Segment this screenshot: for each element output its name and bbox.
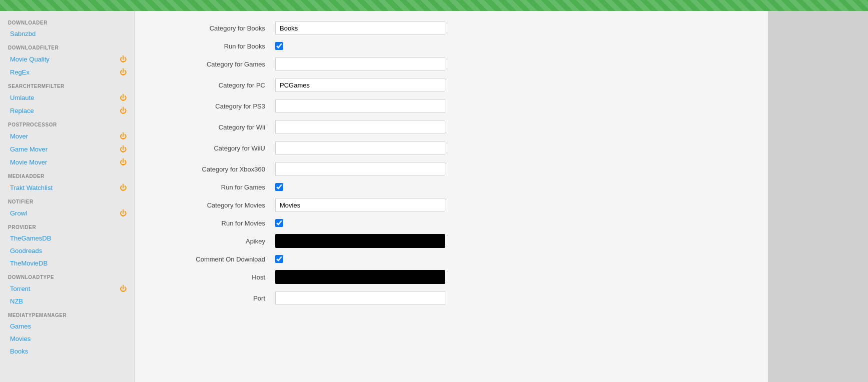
form-input-cat-wii[interactable] bbox=[275, 120, 445, 134]
form-label: Category for PC bbox=[165, 82, 275, 89]
sidebar-item[interactable]: Sabnzbd bbox=[0, 28, 135, 40]
form-checkbox-comment-download[interactable] bbox=[275, 255, 283, 263]
sidebar-section-label: PROVIDER bbox=[0, 220, 135, 232]
form-input-host[interactable] bbox=[275, 270, 445, 284]
sidebar-section-label: NOTIFIER bbox=[0, 194, 135, 206]
main-content: Category for BooksRun for BooksCategory … bbox=[135, 11, 768, 382]
power-icon[interactable]: ⏻ bbox=[120, 55, 127, 63]
form-label: Category for Movies bbox=[165, 202, 275, 209]
form-label: Category for Books bbox=[165, 24, 275, 32]
power-icon[interactable]: ⏻ bbox=[120, 209, 127, 217]
form-checkbox-run-games[interactable] bbox=[275, 183, 283, 191]
form-input-cat-pc[interactable] bbox=[275, 78, 445, 92]
form-input-cat-books[interactable] bbox=[275, 21, 445, 35]
form-input-apikey[interactable] bbox=[275, 234, 445, 248]
sidebar-item-label: RegEx bbox=[10, 68, 30, 76]
sidebar-item-label: Movie Quality bbox=[10, 56, 50, 63]
sidebar: DOWNLOADERSabnzbdDOWNLOADFILTERMovie Qua… bbox=[0, 11, 135, 382]
form-label: Run for Books bbox=[165, 42, 275, 50]
form-row: Category for PS3 bbox=[165, 99, 738, 113]
form-row: Category for PC bbox=[165, 78, 738, 92]
form-label: Comment On Download bbox=[165, 256, 275, 263]
power-icon[interactable]: ⏻ bbox=[120, 284, 127, 292]
sidebar-item-label: Umlaute bbox=[10, 94, 34, 102]
sidebar-item[interactable]: Replace⏻ bbox=[0, 104, 135, 117]
sidebar-section-label: MEDIAADDER bbox=[0, 168, 135, 181]
power-icon[interactable]: ⏻ bbox=[120, 158, 127, 166]
form-label: Port bbox=[165, 294, 275, 302]
form-input-port[interactable] bbox=[275, 291, 445, 305]
form-label: Category for Xbox360 bbox=[165, 166, 275, 173]
sidebar-item[interactable]: Goodreads bbox=[0, 244, 135, 257]
sidebar-section-label: DOWNLOADTYPE bbox=[0, 270, 135, 282]
form-row: Category for Books bbox=[165, 21, 738, 35]
sidebar-item[interactable]: Movies bbox=[0, 332, 135, 345]
sidebar-item[interactable]: Game Mover⏻ bbox=[0, 142, 135, 156]
connection-banner bbox=[0, 0, 868, 11]
sidebar-item[interactable]: Growl⏻ bbox=[0, 206, 135, 220]
form-label: Category for WiiU bbox=[165, 144, 275, 152]
sidebar-section-label: MEDIATYPEMANAGER bbox=[0, 308, 135, 320]
form-label: Category for Games bbox=[165, 60, 275, 68]
sidebar-item-label: Growl bbox=[10, 210, 27, 217]
form-input-cat-movies[interactable] bbox=[275, 198, 445, 212]
sidebar-item[interactable]: Torrent⏻ bbox=[0, 282, 135, 295]
right-panel bbox=[768, 11, 868, 382]
form-label: Run for Movies bbox=[165, 220, 275, 227]
sidebar-section-label: DOWNLOADER bbox=[0, 15, 135, 28]
form-label: Apikey bbox=[165, 238, 275, 245]
power-icon[interactable]: ⏻ bbox=[120, 184, 127, 192]
sidebar-item-label: Books bbox=[10, 348, 28, 355]
sidebar-item-label: Game Mover bbox=[10, 146, 48, 153]
form-checkbox-run-movies[interactable] bbox=[275, 219, 283, 227]
form-row: Category for Xbox360 bbox=[165, 162, 738, 176]
form-input-cat-wiiu[interactable] bbox=[275, 141, 445, 155]
power-icon[interactable]: ⏻ bbox=[120, 68, 127, 76]
sidebar-item-label: Movie Mover bbox=[10, 158, 47, 166]
form-input-cat-games[interactable] bbox=[275, 57, 445, 71]
form-label: Run for Games bbox=[165, 184, 275, 191]
form-input-cat-ps3[interactable] bbox=[275, 99, 445, 113]
power-icon[interactable]: ⏻ bbox=[120, 106, 127, 114]
sidebar-item[interactable]: Umlaute⏻ bbox=[0, 91, 135, 104]
sidebar-item-label: Torrent bbox=[10, 285, 30, 292]
form-row: Category for WiiU bbox=[165, 141, 738, 155]
sidebar-item-label: Trakt Watchlist bbox=[10, 184, 53, 192]
sidebar-item[interactable]: TheMovieDB bbox=[0, 257, 135, 270]
sidebar-item[interactable]: Mover⏻ bbox=[0, 130, 135, 142]
sidebar-item[interactable]: Trakt Watchlist⏻ bbox=[0, 181, 135, 194]
form-label: Category for Wii bbox=[165, 124, 275, 131]
form-row: Host bbox=[165, 270, 738, 284]
sidebar-item[interactable]: Games bbox=[0, 320, 135, 332]
form-row: Run for Books bbox=[165, 42, 738, 50]
form-row: Category for Movies bbox=[165, 198, 738, 212]
sidebar-item-label: NZB bbox=[10, 298, 23, 305]
form-label: Category for PS3 bbox=[165, 102, 275, 110]
sidebar-item[interactable]: Movie Mover⏻ bbox=[0, 156, 135, 168]
sidebar-item-label: Replace bbox=[10, 107, 34, 114]
form-row: Port bbox=[165, 291, 738, 305]
power-icon[interactable]: ⏻ bbox=[120, 94, 127, 102]
power-icon[interactable]: ⏻ bbox=[120, 132, 127, 140]
sidebar-item-label: Sabnzbd bbox=[10, 30, 36, 38]
form-row: Run for Games bbox=[165, 183, 738, 191]
form-input-cat-xbox360[interactable] bbox=[275, 162, 445, 176]
sidebar-item-label: Mover bbox=[10, 132, 28, 140]
sidebar-item-label: TheGamesDB bbox=[10, 234, 51, 242]
sidebar-item[interactable]: RegEx⏻ bbox=[0, 66, 135, 78]
sidebar-item[interactable]: Movie Quality⏻ bbox=[0, 52, 135, 66]
sidebar-item[interactable]: NZB bbox=[0, 295, 135, 308]
sidebar-section-label: POSTPROCESSOR bbox=[0, 117, 135, 130]
form-row: Category for Games bbox=[165, 57, 738, 71]
sidebar-item-label: Games bbox=[10, 322, 31, 330]
power-icon[interactable]: ⏻ bbox=[120, 145, 127, 153]
sidebar-item-label: TheMovieDB bbox=[10, 260, 48, 267]
sidebar-section-label: SEARCHTERMFILTER bbox=[0, 78, 135, 91]
sidebar-item[interactable]: TheGamesDB bbox=[0, 232, 135, 244]
form-checkbox-run-books[interactable] bbox=[275, 42, 283, 50]
sidebar-item[interactable]: Books bbox=[0, 345, 135, 358]
sidebar-item-label: Goodreads bbox=[10, 247, 42, 254]
sidebar-section-label: DOWNLOADFILTER bbox=[0, 40, 135, 52]
form-row: Category for Wii bbox=[165, 120, 738, 134]
form-label: Host bbox=[165, 274, 275, 281]
